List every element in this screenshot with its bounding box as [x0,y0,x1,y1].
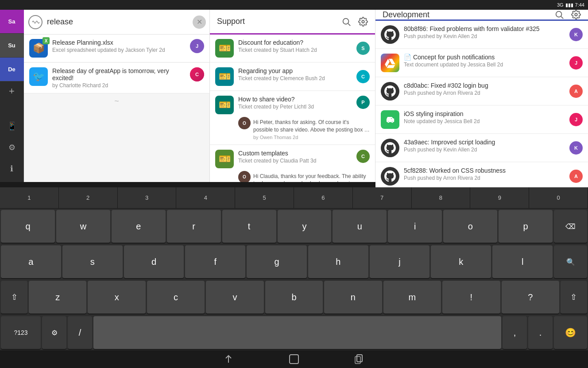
key-8[interactable]: 8 [412,187,471,209]
sidebar-item-sa[interactable]: Sa [0,10,24,34]
key-comma[interactable]: , [503,316,527,349]
key-u[interactable]: u [333,210,387,243]
time-display: 7:44 [575,2,584,8]
keyboard-row-2: a s d f g h j k l 🔍 [0,244,588,279]
search-button[interactable] [341,17,351,27]
key-exclamation[interactable]: ! [442,281,500,314]
dev-avatar [381,167,399,186]
key-b[interactable]: b [265,281,323,314]
dev-item[interactable]: iOS styling inspiration Note updated by … [375,106,588,134]
key-r[interactable]: r [167,210,221,243]
add-workspace-button[interactable]: + [0,81,24,101]
key-n[interactable]: n [324,281,382,314]
development-panel: Development [375,10,588,182]
key-c[interactable]: c [147,281,205,314]
key-shift-right[interactable]: ⇧ [561,281,587,314]
dev-item[interactable]: 📄 Concept for push notifications Text do… [375,49,588,77]
key-q[interactable]: q [1,210,55,243]
key-period[interactable]: . [528,316,553,349]
result-title: Release Planning.xlsx [52,39,190,46]
key-l[interactable]: l [492,245,553,278]
key-v[interactable]: v [206,281,263,314]
key-p[interactable]: p [499,210,553,243]
dev-item-title: c8d0abc: Fixed #302 login bug [404,82,569,89]
search-result-item[interactable]: 🐦 Release day of greatApp is tomorrow, v… [24,63,209,93]
key-0[interactable]: 0 [529,187,588,209]
key-space[interactable] [93,316,501,349]
dev-item[interactable]: c8d0abc: Fixed #302 login bug Push pushe… [375,77,588,105]
key-4[interactable]: 4 [176,187,235,209]
settings-button[interactable] [358,17,368,27]
dev-item[interactable]: 5cf8288: Worked on CSS robustness Push p… [375,163,588,190]
key-7[interactable]: 7 [353,187,412,209]
nav-back-button[interactable] [222,353,235,365]
dev-item[interactable]: 43a9aec: Improved script loading Push pu… [375,134,588,162]
key-g[interactable]: g [247,245,307,278]
item-subtitle: Ticket created by Peter Lichtl 3d [238,104,356,110]
key-2[interactable]: 2 [59,187,118,209]
key-w[interactable]: w [56,210,110,243]
sidebar-item-su[interactable]: Su [0,34,24,58]
key-y[interactable]: y [278,210,332,243]
dev-item-title: 43a9aec: Improved script loading [404,139,569,146]
comment-block: Hi Peter, thanks for asking. Of course i… [253,117,370,140]
item-subtitle: Ticket created by Claudia Patt 3d [238,158,356,164]
support-item[interactable]: 🎫 Discount for education? Ticket created… [210,35,375,62]
key-5[interactable]: 5 [235,187,294,209]
key-question[interactable]: ? [502,281,559,314]
result-subtitle: by Charlotte Richard 2d [52,82,190,89]
search-input[interactable] [43,17,193,27]
key-a[interactable]: a [1,245,61,278]
key-6[interactable]: 6 [294,187,353,209]
svg-rect-6 [290,355,298,364]
item-title: Discount for education? [238,39,356,46]
key-9[interactable]: 9 [470,187,529,209]
nav-home-button[interactable] [288,353,300,365]
nav-recents-button[interactable] [353,353,366,365]
key-s[interactable]: s [62,245,123,278]
dev-item-subtitle: Push pushed by Kevin Allen 2d [404,33,569,39]
sidebar-item-de[interactable]: De [0,58,24,81]
key-z[interactable]: z [29,281,86,314]
key-backspace[interactable]: ⌫ [554,210,587,243]
key-1[interactable]: 1 [0,187,59,209]
support-item[interactable]: 🎫 Regarding your app Ticket created by C… [210,63,375,91]
key-h[interactable]: h [308,245,368,278]
dev-avatar-gdrive [381,54,399,72]
support-panel-header: Support [210,10,375,35]
search-result-item[interactable]: 📦 X Release Planning.xlsx Excel spreadsh… [24,35,209,62]
key-enter[interactable]: 🔍 [554,245,587,278]
dev-item-content: c8d0abc: Fixed #302 login bug Push pushe… [404,82,569,96]
dev-item-subtitle: Note updated by Jessica Bell 2d [404,118,569,124]
dev-search-button[interactable] [554,10,564,19]
item-subtitle: Ticket created by Clemence Bush 2d [238,75,356,81]
key-slash[interactable]: / [68,316,92,349]
user-avatar: K [569,28,583,41]
key-d[interactable]: d [124,245,184,278]
key-i[interactable]: i [388,210,442,243]
key-e[interactable]: e [112,210,166,243]
key-f[interactable]: f [185,245,245,278]
key-o[interactable]: o [443,210,497,243]
key-shift-left[interactable]: ⇧ [1,281,27,314]
key-j[interactable]: j [370,245,430,278]
info-icon[interactable]: ℹ [3,160,21,178]
settings-icon[interactable]: ⚙ [3,139,21,156]
item-content: Custom templates Ticket created by Claud… [238,150,356,164]
key-m[interactable]: m [383,281,441,314]
dev-item[interactable]: 80b8f86: Fixed problems with form valida… [375,21,588,49]
key-k[interactable]: k [431,245,491,278]
key-emoji[interactable]: 😊 [554,316,587,349]
key-x[interactable]: x [88,281,145,314]
key-t[interactable]: t [222,210,276,243]
search-waveform-icon[interactable] [27,14,43,30]
support-item[interactable]: 🎫 Custom templates Ticket created by Cla… [210,145,375,182]
key-3[interactable]: 3 [118,187,177,209]
search-panel: ✕ 📦 X Release Planning.xlsx Excel spread… [24,10,210,182]
key-sym[interactable]: ?123 [1,316,41,349]
support-item[interactable]: 🎫 How to share video? Ticket created by … [210,91,375,145]
key-settings[interactable]: ⚙ [42,316,66,349]
search-clear-button[interactable]: ✕ [193,15,206,29]
mobile-icon[interactable]: 📱 [3,117,21,135]
dev-settings-button[interactable] [571,10,581,19]
